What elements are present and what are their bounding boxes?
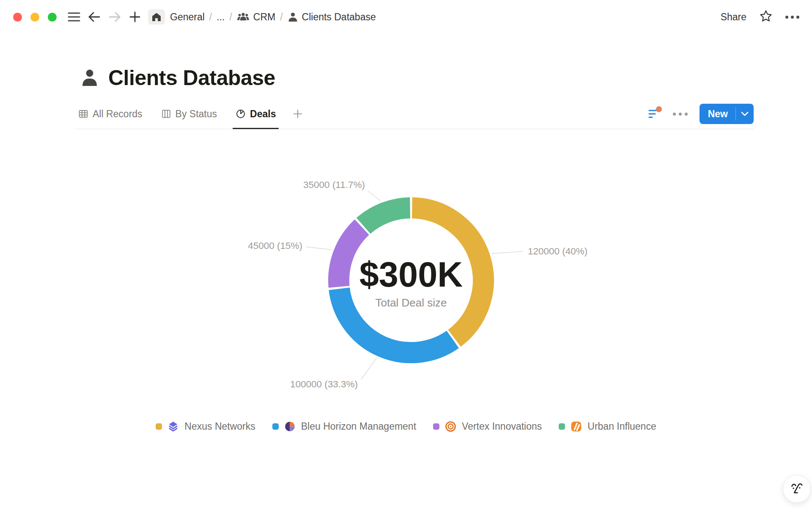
tab-by-status[interactable]: By Status (158, 99, 220, 129)
new-record-button[interactable]: New (700, 104, 754, 124)
chart-legend: Nexus Networks Bleu Horizon Management V… (0, 421, 812, 432)
legend-item[interactable]: Bleu Horizon Management (272, 421, 416, 432)
filter-sort-icon[interactable] (647, 107, 661, 121)
back-icon[interactable] (87, 10, 102, 24)
chevron-down-icon[interactable] (736, 104, 754, 124)
breadcrumb-clients-database[interactable]: Clients Database (288, 11, 376, 23)
segment-callout: 35000 (11.7%) (303, 179, 365, 190)
zoom-window-button[interactable] (48, 13, 57, 22)
page-title: Clients Database (108, 66, 275, 90)
legend-label: Nexus Networks (184, 421, 255, 432)
minimize-window-button[interactable] (30, 13, 39, 22)
leader-line (491, 251, 523, 254)
home-icon[interactable] (148, 9, 165, 25)
layers-logo (167, 421, 179, 432)
filter-active-dot (656, 106, 662, 112)
window-titlebar: General / ... / CRM / Clients Database S… (0, 0, 812, 34)
table-icon (78, 109, 88, 119)
legend-label: Bleu Horizon Management (301, 421, 416, 432)
breadcrumb-general[interactable]: General (170, 11, 205, 23)
view-options-icon[interactable] (671, 113, 689, 116)
legend-item[interactable]: Urban Influence (559, 421, 656, 432)
window-controls (13, 13, 57, 22)
share-button[interactable]: Share (721, 11, 746, 23)
chart-total-caption: Total Deal size (375, 296, 447, 309)
ai-face-icon (789, 481, 805, 497)
new-tab-icon[interactable] (128, 10, 142, 24)
close-window-button[interactable] (13, 13, 22, 22)
sidebar-menu-icon[interactable] (67, 10, 81, 24)
chart-total-value: $300K (359, 255, 463, 294)
breadcrumb-collapsed[interactable]: ... (217, 11, 225, 23)
stripes-logo (571, 421, 582, 432)
breadcrumb-separator: / (280, 11, 283, 23)
people-icon (237, 12, 250, 22)
person-icon (288, 12, 298, 22)
pie-chart-icon (236, 109, 246, 119)
add-view-icon[interactable] (291, 99, 304, 129)
more-options-icon[interactable] (785, 16, 799, 19)
deals-donut-chart: 120000 (40%) 100000 (33.3%) 45000 (15%) … (207, 157, 613, 403)
segment-callout: 120000 (40%) (528, 246, 587, 257)
person-icon (80, 68, 99, 88)
legend-item[interactable]: Vertex Innovations (433, 421, 542, 432)
donut-segment[interactable] (339, 227, 362, 287)
tab-all-records[interactable]: All Records (75, 99, 145, 129)
tab-deals[interactable]: Deals (233, 99, 279, 129)
leader-line (368, 191, 381, 201)
bullseye-logo (445, 421, 456, 432)
breadcrumb: General / ... / CRM / Clients Database (170, 11, 376, 23)
breadcrumb-crm[interactable]: CRM (237, 11, 275, 23)
donut-segment[interactable] (363, 208, 410, 226)
leader-line (306, 247, 332, 250)
breadcrumb-separator: / (209, 11, 212, 23)
leader-line (361, 358, 377, 379)
board-columns-icon (161, 109, 171, 119)
legend-label: Vertex Innovations (462, 421, 542, 432)
segment-callout: 100000 (33.3%) (290, 379, 358, 389)
view-tabs-bar: All Records By Status Deals New (75, 99, 754, 129)
breadcrumb-separator: / (229, 11, 232, 23)
pie-quarters-logo (284, 421, 296, 432)
forward-icon[interactable] (107, 10, 122, 24)
legend-item[interactable]: Nexus Networks (156, 421, 255, 432)
segment-callout: 45000 (15%) (248, 240, 302, 251)
page-header: Clients Database (80, 66, 275, 90)
notion-ai-face-button[interactable] (783, 475, 811, 503)
favorite-star-icon[interactable] (759, 9, 773, 25)
legend-label: Urban Influence (587, 421, 656, 432)
